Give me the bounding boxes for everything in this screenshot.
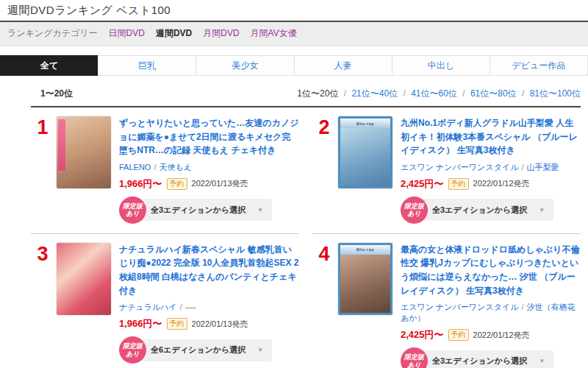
edition-row: 限定版 あり 全3エディションから選択 ▼	[119, 197, 299, 224]
item-info: ずっとヤりたいと思っていた…友達のカノジョに媚薬を●ませて2日間に渡るキメセク完…	[119, 116, 299, 224]
price-line: 1,966円〜 予約 2022/01/13発売	[119, 317, 299, 330]
cover-thumbnail[interactable]: Blu-ray	[338, 116, 392, 188]
pagination-separator: /	[522, 88, 524, 99]
pagination: 1位〜20位 / 21位〜40位 / 41位〜60位 / 61位〜80位 / 8…	[297, 88, 581, 100]
ranking-item-2: 2 Blu-ray 九州No.1ボディ新人グラドル山手梨愛 人生初イキ！初体験3…	[312, 107, 581, 234]
edition-select-label: 全3エディションから選択	[432, 355, 527, 367]
actress-link[interactable]: 天使もえ	[159, 163, 192, 171]
ranking-item-1: 1 ずっとヤりたいと思っていた…友達のカノジョに媚薬を●ませて2日間に渡るキメセ…	[31, 107, 299, 234]
cover-thumbnail[interactable]	[57, 116, 111, 188]
maker-actress-separator: /	[154, 163, 156, 171]
price-line: 2,425円〜 予約 2022/01/12発売	[401, 177, 581, 191]
maker-link[interactable]: エスワン ナンバーワンスタイル	[401, 163, 518, 171]
edition-select[interactable]: 全3エディションから選択 ▼	[419, 350, 553, 368]
reserve-badge: 予約	[167, 318, 187, 330]
page-header: 週間DVDランキング ベスト100	[0, 0, 588, 22]
price: 2,425円〜	[401, 328, 444, 342]
pagination-link-61-80[interactable]: 61位〜80位	[470, 88, 517, 99]
limited-edition-badge: 限定版 あり	[401, 197, 428, 224]
category-link-monthly-dvd[interactable]: 月間DVD	[203, 27, 239, 40]
tab-all[interactable]: 全て	[0, 55, 98, 76]
reserve-badge: 予約	[448, 329, 469, 341]
ranking-grid: 1 ずっとヤりたいと思っていた…友達のカノジョに媚薬を●ませて2日間に渡るキメセ…	[31, 106, 581, 368]
chevron-down-icon: ▼	[539, 358, 545, 364]
tab-kyonyu[interactable]: 巨乳	[98, 55, 196, 76]
cover-photo	[340, 128, 390, 186]
edition-row: 限定版 あり 全6エディションから選択 ▼	[119, 336, 299, 364]
pagination-separator: /	[403, 88, 405, 99]
page-title: 週間DVDランキング ベスト100	[7, 4, 581, 18]
maker-link[interactable]: FALENO	[119, 163, 151, 171]
item-info: 九州No.1ボディ新人グラドル山手梨愛 人生初イキ！初体験3本番スペシャル （ブ…	[401, 116, 581, 224]
pagination-link-1-20: 1位〜20位	[297, 88, 338, 99]
cover-photo	[340, 255, 390, 313]
cover-thumbnail[interactable]	[57, 243, 111, 315]
edition-select[interactable]: 全6エディションから選択 ▼	[137, 339, 272, 361]
ranking-item-4: 4 Blu-ray 最高の女と体液ドロッドロ舐めしゃぶり不倫性交 爆乳Jカップに…	[312, 234, 581, 368]
edition-select[interactable]: 全3エディションから選択 ▼	[137, 199, 272, 221]
tab-bishojo[interactable]: 美少女	[196, 55, 294, 76]
limited-badge-line2: あり	[126, 350, 139, 358]
product-title-link[interactable]: 九州No.1ボディ新人グラドル山手梨愛 人生初イキ！初体験3本番スペシャル （ブ…	[401, 116, 581, 158]
tab-nakadashi[interactable]: 中出し	[392, 55, 490, 76]
cover-thumbnail[interactable]: Blu-ray	[338, 243, 392, 315]
actress-placeholder: ----	[185, 302, 196, 311]
pagination-link-41-60[interactable]: 41位〜60位	[411, 88, 457, 99]
category-link-daily-dvd[interactable]: 日間DVD	[109, 27, 145, 40]
maker-actress-separator: /	[521, 302, 523, 311]
tab-hitozuma[interactable]: 人妻	[294, 55, 392, 76]
release-date: 2022/01/12発売	[473, 178, 530, 189]
pagination-link-21-40[interactable]: 21位〜40位	[351, 88, 398, 99]
price: 2,425円〜	[401, 177, 444, 191]
rank-number: 4	[312, 243, 336, 368]
edition-select-label: 全3エディションから選択	[151, 205, 245, 216]
release-date: 2022/01/13発売	[192, 319, 248, 330]
range-heading: 1〜20位	[40, 88, 73, 100]
maker-link[interactable]: ナチュラルハイ	[119, 302, 177, 311]
pagination-separator: /	[462, 88, 465, 99]
limited-badge-line1: 限定版	[123, 342, 143, 350]
product-title-link[interactable]: 最高の女と体液ドロッドロ舐めしゃぶり不倫性交 爆乳Jカップにむしゃぶりつきたいと…	[401, 243, 581, 297]
category-link-monthly-actress[interactable]: 月間AV女優	[251, 27, 297, 40]
tab-debut[interactable]: デビュー作品	[490, 55, 588, 76]
bluray-logo: Blu-ray	[340, 245, 390, 255]
pagination-separator: /	[344, 88, 346, 99]
actress-link[interactable]: 山手梨愛	[526, 163, 559, 171]
price: 1,966円〜	[119, 317, 162, 330]
product-title-link[interactable]: ずっとヤりたいと思っていた…友達のカノジョに媚薬を●ませて2日間に渡るキメセク完…	[119, 116, 299, 158]
list-head: 1〜20位 1位〜20位 / 21位〜40位 / 41位〜60位 / 61位〜8…	[31, 88, 581, 100]
price: 1,966円〜	[119, 177, 162, 191]
ranking-content: 1〜20位 1位〜20位 / 21位〜40位 / 41位〜60位 / 61位〜8…	[31, 88, 581, 368]
ranking-item-3: 3 ナチュラルハイ新春スペシャル 敏感乳首いじり痴●2022 完全版 10人全員…	[31, 234, 299, 368]
chevron-down-icon: ▼	[257, 347, 263, 353]
limited-badge-line2: あり	[126, 210, 139, 217]
item-info: 最高の女と体液ドロッドロ舐めしゃぶり不倫性交 爆乳Jカップにむしゃぶりつきたいと…	[401, 243, 581, 368]
pagination-link-81-100[interactable]: 81位〜100位	[530, 88, 581, 99]
chevron-down-icon: ▼	[539, 207, 545, 213]
rank-number: 3	[31, 243, 54, 368]
maker-link[interactable]: エスワン ナンバーワンスタイル	[401, 302, 518, 311]
maker-actress-separator: /	[180, 302, 182, 311]
edition-select-label: 全3エディションから選択	[432, 205, 527, 216]
limited-badge-line1: 限定版	[404, 353, 424, 361]
limited-edition-badge: 限定版 あり	[119, 336, 146, 364]
limited-edition-badge: 限定版 あり	[119, 197, 146, 224]
category-link-weekly-dvd[interactable]: 週間DVD	[156, 27, 192, 40]
rank-number: 1	[31, 116, 54, 224]
reserve-badge: 予約	[167, 178, 187, 190]
limited-badge-line2: あり	[407, 210, 420, 217]
category-label: ランキングカテゴリー	[7, 27, 98, 40]
price-line: 2,425円〜 予約 2022/01/12発売	[401, 328, 581, 342]
edition-row: 限定版 あり 全3エディションから選択 ▼	[401, 347, 581, 368]
maker-actress-separator: /	[521, 163, 523, 171]
limited-badge-line1: 限定版	[123, 202, 143, 210]
release-date: 2022/01/12発売	[473, 330, 530, 341]
maker-line: エスワン ナンバーワンスタイル/山手梨愛	[401, 162, 581, 173]
edition-select[interactable]: 全3エディションから選択 ▼	[419, 199, 553, 221]
release-date: 2022/01/13発売	[192, 178, 248, 189]
category-bar: ランキングカテゴリー 日間DVD 週間DVD 月間DVD 月間AV女優	[0, 22, 588, 46]
maker-line: エスワン ナンバーワンスタイル/汐世（有栖花あか）	[401, 302, 581, 324]
edition-select-label: 全6エディションから選択	[151, 344, 245, 355]
limited-badge-line2: あり	[407, 361, 420, 368]
product-title-link[interactable]: ナチュラルハイ新春スペシャル 敏感乳首いじり痴●2022 完全版 10人全員乳首…	[119, 243, 299, 297]
